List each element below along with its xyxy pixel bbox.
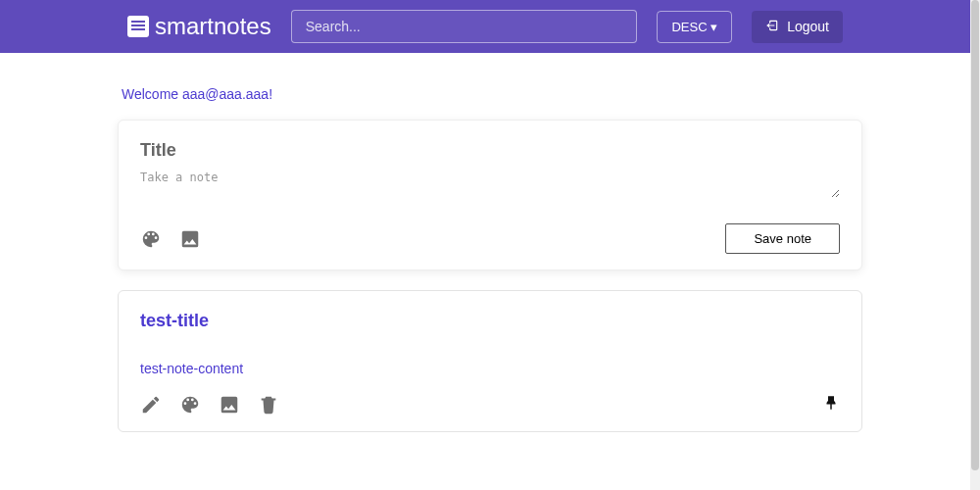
pin-icon[interactable]: [822, 394, 840, 416]
scrollbar-thumb[interactable]: [971, 0, 979, 470]
logout-label: Logout: [787, 19, 829, 34]
notes-icon: [127, 16, 149, 37]
app-logo: smartnotes: [127, 13, 271, 40]
create-note-card: Save note: [118, 120, 862, 270]
trash-icon[interactable]: [258, 394, 279, 416]
note-content: test-note-content: [140, 361, 840, 376]
image-icon[interactable]: [219, 394, 240, 416]
palette-icon[interactable]: [179, 394, 201, 416]
palette-icon[interactable]: [140, 228, 162, 250]
logout-button[interactable]: Logout: [752, 11, 843, 43]
note-footer: [140, 394, 840, 416]
scrollbar[interactable]: [970, 0, 980, 490]
save-note-button[interactable]: Save note: [725, 223, 840, 254]
note-card: test-title test-note-content: [118, 290, 862, 432]
note-body-input[interactable]: [140, 171, 840, 198]
logout-icon: [765, 19, 779, 35]
search-input[interactable]: [291, 10, 638, 43]
welcome-text: Welcome aaa@aaa.aaa!: [122, 86, 862, 102]
header: smartnotes DESC ▾ Logout: [0, 0, 980, 53]
note-title: test-title: [140, 311, 840, 331]
create-actions: Save note: [140, 223, 840, 254]
edit-icon[interactable]: [140, 394, 162, 416]
sort-button[interactable]: DESC ▾: [657, 11, 732, 43]
main-content: Welcome aaa@aaa.aaa! Save note test-titl…: [118, 53, 862, 432]
image-icon[interactable]: [179, 228, 201, 250]
brand-name: smartnotes: [155, 13, 271, 40]
note-title-input[interactable]: [140, 140, 840, 161]
